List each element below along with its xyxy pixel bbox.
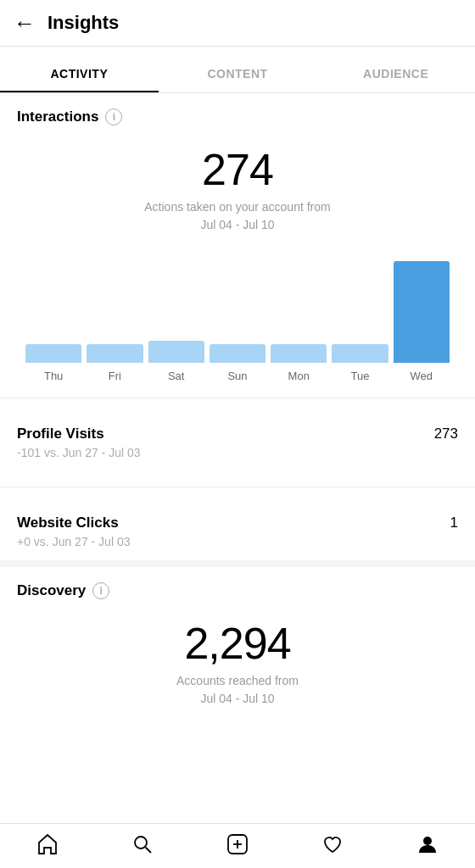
bar-sun — [210, 344, 265, 363]
bar-thu — [25, 344, 81, 363]
discovery-subtitle: Accounts reached from Jul 04 - Jul 10 — [17, 672, 458, 708]
profile-visits-value: 273 — [434, 426, 458, 442]
bar-wed — [394, 261, 450, 363]
interactions-stat: 274 Actions taken on your account from J… — [17, 144, 458, 234]
website-clicks-row: Website Clicks 1 +0 vs. Jun 27 - Jul 03 — [0, 503, 475, 560]
nav-home[interactable] — [0, 832, 95, 856]
add-icon — [226, 832, 249, 856]
interactions-subtitle: Actions taken on your account from Jul 0… — [17, 198, 458, 234]
discovery-title: Discovery i — [17, 582, 458, 599]
nav-add[interactable] — [190, 832, 285, 856]
back-button[interactable]: ← — [14, 12, 36, 34]
heart-icon — [321, 832, 344, 856]
bar-col-fri — [87, 253, 142, 363]
bar-label-thu: Thu — [25, 370, 81, 382]
discovery-section: Discovery i 2,294 Accounts reached from … — [0, 560, 475, 708]
tab-activity[interactable]: ACTIVITY — [0, 53, 159, 92]
discovery-stat: 2,294 Accounts reached from Jul 04 - Jul… — [17, 618, 458, 708]
bar-chart: ThuFriSatSunMonTueWed — [25, 253, 450, 382]
bar-fri — [87, 344, 142, 363]
divider-2 — [0, 487, 475, 487]
bar-labels: ThuFriSatSunMonTueWed — [25, 370, 450, 382]
bar-col-sun — [210, 253, 265, 363]
nav-profile[interactable] — [380, 832, 475, 856]
svg-point-5 — [423, 837, 432, 845]
bottom-nav — [0, 823, 475, 868]
tab-audience[interactable]: AUDIENCE — [316, 53, 475, 92]
website-clicks-label: Website Clicks — [17, 515, 119, 531]
bar-tue — [332, 344, 388, 363]
interactions-section: Interactions i 274 Actions taken on your… — [0, 93, 475, 382]
bar-label-mon: Mon — [271, 370, 327, 382]
header: ← Insights — [0, 0, 475, 47]
interactions-number: 274 — [17, 144, 458, 195]
interactions-info-icon[interactable]: i — [105, 108, 122, 125]
content-area: ACTIVITY CONTENT AUDIENCE Interactions i… — [0, 47, 475, 823]
tabs: ACTIVITY CONTENT AUDIENCE — [0, 53, 475, 93]
interactions-title: Interactions i — [17, 108, 458, 125]
divider-1 — [0, 398, 475, 398]
bar-col-thu — [25, 253, 81, 363]
discovery-info-icon[interactable]: i — [92, 582, 109, 599]
home-icon — [36, 832, 59, 856]
bars-container — [25, 253, 450, 363]
bar-col-mon — [271, 253, 327, 363]
profile-visits-label: Profile Visits — [17, 426, 104, 442]
bar-label-wed: Wed — [394, 370, 450, 382]
svg-point-0 — [135, 837, 147, 849]
bar-col-wed — [394, 253, 450, 363]
profile-visits-row: Profile Visits 273 -101 vs. Jun 27 - Jul… — [0, 414, 475, 471]
bar-label-fri: Fri — [87, 370, 142, 382]
profile-visits-sub: -101 vs. Jun 27 - Jul 03 — [17, 446, 458, 459]
nav-heart[interactable] — [285, 832, 380, 856]
bar-mon — [271, 344, 327, 363]
bar-sat — [148, 341, 204, 363]
bar-label-sat: Sat — [148, 370, 204, 382]
discovery-number: 2,294 — [17, 618, 458, 669]
tab-content[interactable]: CONTENT — [159, 53, 317, 92]
search-icon — [131, 832, 154, 856]
bar-col-tue — [332, 253, 388, 363]
nav-search[interactable] — [95, 832, 190, 856]
profile-icon — [416, 832, 439, 856]
svg-line-1 — [146, 848, 152, 854]
website-clicks-value: 1 — [450, 515, 458, 531]
website-clicks-sub: +0 vs. Jun 27 - Jul 03 — [17, 535, 458, 548]
bar-col-sat — [148, 253, 204, 363]
bar-label-tue: Tue — [332, 370, 388, 382]
bar-label-sun: Sun — [210, 370, 265, 382]
page-title: Insights — [48, 12, 119, 34]
